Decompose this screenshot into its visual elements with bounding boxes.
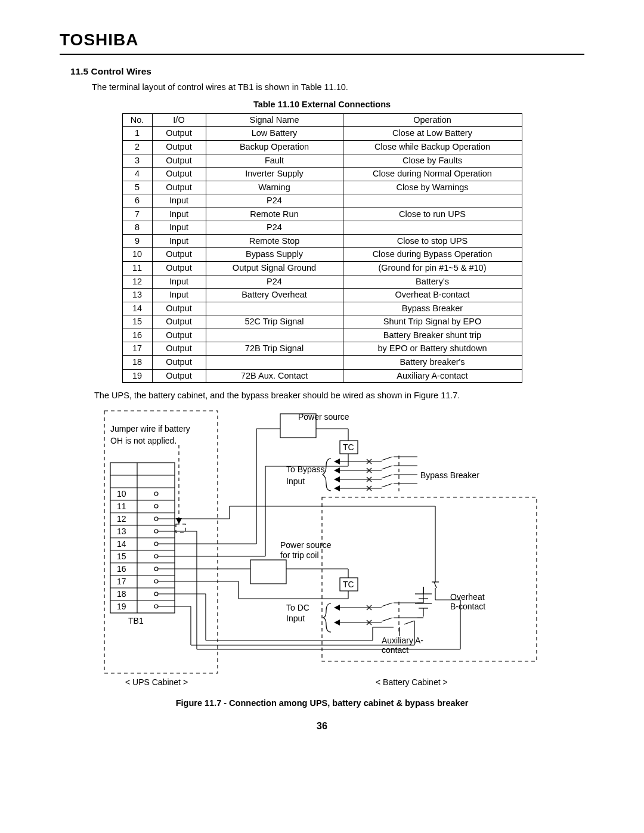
cell-op: Shunt Trip Signal by EPO [343, 315, 522, 329]
bypass-breaker-label: Bypass Breaker [420, 470, 479, 480]
cell-sig [206, 329, 343, 342]
cell-op: Close during Bypass Operation [343, 248, 522, 262]
cell-io: Input [152, 208, 206, 221]
term-14: 14 [117, 539, 126, 549]
table-header-row: No.I/OSignal NameOperation [122, 113, 522, 127]
cell-op: Close to stop UPS [343, 234, 522, 248]
cell-op: Close by Faults [343, 154, 522, 168]
table-row: 19Output72B Aux. ContactAuxiliary A-cont… [122, 369, 522, 383]
cell-sig: 52C Trip Signal [206, 315, 343, 329]
battery-cabinet-label: < Battery Cabinet > [376, 677, 448, 687]
cell-sig [206, 355, 343, 369]
cell-io: Output [152, 181, 206, 194]
cell-no: 19 [122, 369, 152, 383]
table-row: 17Output72B Trip Signalby EPO or Battery… [122, 342, 522, 356]
cell-io: Output [152, 315, 206, 329]
table-row: 14OutputBypass Breaker [122, 302, 522, 315]
hdr-no: No. [122, 113, 152, 127]
cell-io: Input [152, 275, 206, 289]
cell-io: Output [152, 369, 206, 383]
cell-io: Output [152, 127, 206, 141]
cell-io: Output [152, 168, 206, 181]
cell-op: Close while Backup Operation [343, 140, 522, 154]
cell-no: 8 [122, 221, 152, 235]
term-13: 13 [117, 527, 126, 536]
cell-op: Overheat B-contact [343, 289, 522, 302]
cell-sig [206, 302, 343, 315]
cell-sig: 72B Trip Signal [206, 342, 343, 356]
cell-op: by EPO or Battery shutdown [343, 342, 522, 356]
cell-op [343, 194, 522, 208]
cell-op: Auxiliary A-contact [343, 369, 522, 383]
term-11: 11 [117, 501, 126, 511]
table-row: 7InputRemote RunClose to run UPS [122, 208, 522, 221]
cell-sig: Bypass Supply [206, 248, 343, 262]
cell-op: Close at Low Battery [343, 127, 522, 141]
cell-op: (Ground for pin #1~5 & #10) [343, 262, 522, 275]
cell-io: Input [152, 234, 206, 248]
cell-no: 12 [122, 275, 152, 289]
svg-marker-76 [334, 620, 340, 625]
cell-io: Output [152, 329, 206, 342]
svg-marker-43 [334, 476, 340, 482]
cell-no: 16 [122, 329, 152, 342]
cell-op: Close to run UPS [343, 208, 522, 221]
cell-sig: P24 [206, 221, 343, 235]
cell-no: 7 [122, 208, 152, 221]
cell-op: Bypass Breaker [343, 302, 522, 315]
cell-io: Output [152, 355, 206, 369]
cell-io: Input [152, 289, 206, 302]
svg-marker-41 [334, 467, 340, 473]
cell-io: Output [152, 262, 206, 275]
cell-no: 10 [122, 248, 152, 262]
cell-sig: Low Battery [206, 127, 343, 141]
cell-sig: Backup Operation [206, 140, 343, 154]
table-caption: Table 11.10 External Connections [60, 99, 584, 111]
cell-no: 11 [122, 262, 152, 275]
table-row: 8InputP24 [122, 221, 522, 235]
brand-logo: TOSHIBA [60, 29, 584, 55]
aux-1: Auxiliary A- [382, 636, 423, 645]
cell-no: 1 [122, 127, 152, 141]
cell-op: Battery Breaker shunt trip [343, 329, 522, 342]
jumper-note-1: Jumper wire if battery [110, 424, 190, 433]
aux-2: contact [382, 645, 408, 655]
table-row: 1OutputLow BatteryClose at Low Battery [122, 127, 522, 141]
term-15: 15 [117, 552, 126, 561]
table-row: 15Output52C Trip SignalShunt Trip Signal… [122, 315, 522, 329]
table-row: 11OutputOutput Signal Ground(Ground for … [122, 262, 522, 275]
section-heading: 11.5 Control Wires [70, 66, 584, 78]
to-dc-label: To DC [286, 603, 309, 612]
hdr-sig: Signal Name [206, 113, 343, 127]
cell-io: Output [152, 342, 206, 356]
section-number: 11.5 [70, 66, 88, 76]
table-row: 9InputRemote StopClose to stop UPS [122, 234, 522, 248]
table-row: 6InputP24 [122, 194, 522, 208]
cell-io: Input [152, 194, 206, 208]
svg-line-114 [404, 621, 414, 624]
svg-marker-39 [334, 459, 340, 465]
hdr-op: Operation [343, 113, 522, 127]
cell-no: 13 [122, 289, 152, 302]
term-12: 12 [117, 514, 126, 524]
cell-io: Input [152, 221, 206, 235]
table-row: 13InputBattery OverheatOverheat B-contac… [122, 289, 522, 302]
cell-op [343, 221, 522, 235]
cell-sig: Inverter Supply [206, 168, 343, 181]
cell-io: Output [152, 248, 206, 262]
table-row: 10OutputBypass SupplyClose during Bypass… [122, 248, 522, 262]
cell-sig: P24 [206, 194, 343, 208]
figure-intro-text: The UPS, the battery cabinet, and the by… [94, 390, 550, 402]
cell-no: 3 [122, 154, 152, 168]
svg-marker-45 [334, 485, 340, 491]
svg-line-81 [382, 603, 392, 606]
connections-table: No.I/OSignal NameOperation1OutputLow Bat… [122, 113, 522, 383]
tc-label-1: TC [343, 442, 354, 452]
cell-sig: Output Signal Ground [206, 262, 343, 275]
table-row: 5OutputWarningClose by Warnings [122, 181, 522, 194]
cell-no: 5 [122, 181, 152, 194]
cell-no: 4 [122, 168, 152, 181]
cell-sig: Battery Overheat [206, 289, 343, 302]
cell-no: 9 [122, 234, 152, 248]
cell-op: Close during Normal Operation [343, 168, 522, 181]
